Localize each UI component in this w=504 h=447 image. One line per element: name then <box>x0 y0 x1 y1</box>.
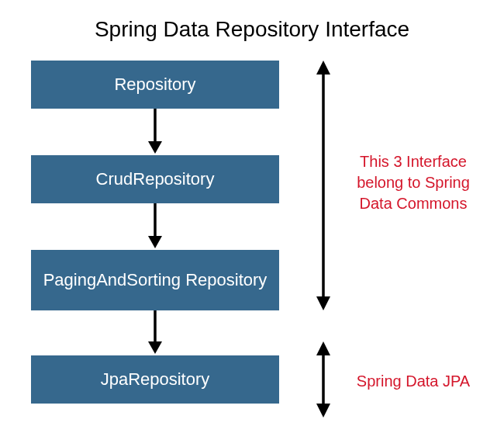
note-jpa-text: Spring Data JPA <box>357 372 470 390</box>
bracket-commons <box>315 61 332 310</box>
box-paging-repository-label: PagingAndSorting Repository <box>43 270 268 290</box>
note-commons-line2: belong to Spring <box>357 174 470 191</box>
svg-marker-6 <box>316 61 330 74</box>
svg-marker-9 <box>316 341 330 355</box>
page-title: Spring Data Repository Interface <box>0 17 504 42</box>
box-crud-repository: CrudRepository <box>31 155 279 203</box>
box-jpa-repository: JpaRepository <box>31 355 279 404</box>
box-crud-repository-label: CrudRepository <box>96 169 215 189</box>
svg-marker-8 <box>316 296 330 310</box>
box-paging-repository: PagingAndSorting Repository <box>31 250 279 310</box>
svg-marker-11 <box>316 404 330 418</box>
arrow-crud-to-paging <box>152 203 158 250</box>
box-jpa-repository-label: JpaRepository <box>101 369 210 390</box>
note-commons-line3: Data Commons <box>360 195 468 212</box>
box-repository: Repository <box>31 61 279 109</box>
svg-marker-3 <box>148 236 162 248</box>
arrow-paging-to-jpa <box>152 310 158 355</box>
note-commons: This 3 Interface belong to Spring Data C… <box>347 151 479 214</box>
note-commons-line1: This 3 Interface <box>360 153 467 170</box>
bracket-jpa <box>315 341 332 418</box>
svg-marker-5 <box>148 341 162 354</box>
arrow-repository-to-crud <box>152 109 158 155</box>
note-jpa: Spring Data JPA <box>347 371 479 392</box>
box-repository-label: Repository <box>114 74 195 95</box>
svg-marker-1 <box>148 141 162 154</box>
